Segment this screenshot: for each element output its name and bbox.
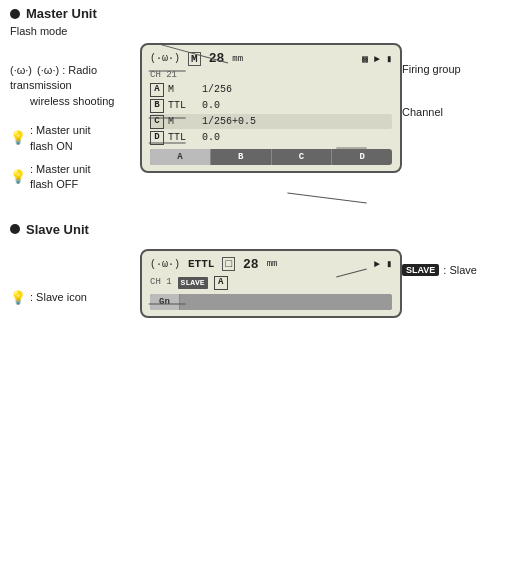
- group-a-value: 1/256: [202, 82, 232, 97]
- group-c-mode: M: [168, 114, 198, 129]
- slave-lcd-frame: □: [222, 257, 235, 271]
- lcd-header-row: (·ω·) M 28 mm ▩ ► ▮: [150, 51, 392, 66]
- slave-bottom-gn: Gn: [150, 294, 180, 310]
- group-d-mode: TTL: [168, 130, 198, 145]
- firing-group-label: Firing group: [402, 63, 512, 75]
- master-title: Master Unit: [26, 6, 97, 21]
- lcd-ch: CH 21: [150, 70, 392, 80]
- slave-lcd-unit: mm: [267, 259, 278, 269]
- radio-label: (·ω·) (·ω·) : Radio transmission wireles…: [10, 63, 140, 109]
- slave-right-labels: SLAVE : Slave: [402, 249, 512, 276]
- slave-lcd-ch: CH 1: [150, 276, 172, 290]
- slave-title-row: Slave Unit: [0, 216, 522, 241]
- slave-title: Slave Unit: [26, 222, 89, 237]
- bottom-cell-c: C: [272, 149, 333, 165]
- group-d-label: D: [150, 131, 164, 145]
- slave-bullet: [10, 224, 20, 234]
- lcd-row-c: C M 1/256+0.5: [150, 114, 392, 129]
- slave-group-box: A: [214, 276, 228, 290]
- master-bullet: [10, 9, 20, 19]
- lcd-radio-icon: (·ω·): [150, 53, 180, 64]
- bottom-cell-b: B: [211, 149, 272, 165]
- master-lcd-area: (·ω·) M 28 mm ▩ ► ▮ CH 21 A M 1/256: [140, 43, 402, 173]
- group-c-value: 1/256+0.5: [202, 114, 256, 129]
- slave-badge-label: SLAVE: [402, 264, 439, 276]
- slave-lcd-area: (·ω·) ETTL □ 28 mm ► ▮ CH 1 SLAVE A: [140, 249, 402, 318]
- slave-lcd-icons: ► ▮: [374, 258, 392, 270]
- slave-lcd-ch-row: CH 1 SLAVE A: [150, 276, 392, 290]
- slave-right-label: SLAVE : Slave: [402, 264, 512, 276]
- slave-lcd-size: 28: [243, 257, 259, 272]
- lcd-row-d: D TTL 0.0: [150, 130, 392, 145]
- master-right-labels: Firing group Channel: [402, 43, 512, 119]
- bottom-cell-d: D: [332, 149, 392, 165]
- slave-left-labels: 💡 : Slave icon: [10, 249, 140, 315]
- slave-lcd-header: (·ω·) ETTL □ 28 mm ► ▮: [150, 257, 392, 272]
- master-off-icon: 💡: [10, 168, 26, 186]
- master-section: Master Unit Flash mode (·ω·) (·ω·) : Rad…: [0, 0, 522, 201]
- slave-lcd-mode: ETTL: [188, 258, 214, 270]
- group-b-mode: TTL: [168, 98, 198, 113]
- master-on-icon: 💡: [10, 129, 26, 147]
- lcd-size-unit: mm: [232, 54, 243, 64]
- slave-lcd: (·ω·) ETTL □ 28 mm ► ▮ CH 1 SLAVE A: [140, 249, 402, 318]
- slave-section: Slave Unit 💡 : Slave icon (·ω·) ETTL □: [0, 216, 522, 318]
- group-d-value: 0.0: [202, 130, 220, 145]
- group-b-label: B: [150, 99, 164, 113]
- master-on-label: 💡 : Master unitflash ON: [10, 123, 140, 154]
- group-c-label: C: [150, 115, 164, 129]
- lcd-status-icons: ▩ ► ▮: [362, 53, 392, 65]
- group-a-mode: M: [168, 82, 198, 97]
- slave-colon-label: : Slave: [443, 264, 477, 276]
- bottom-cell-a: A: [150, 149, 211, 165]
- slave-bottom-empty: [180, 294, 392, 310]
- flash-mode-label: Flash mode: [10, 25, 67, 37]
- slave-lcd-radio: (·ω·): [150, 259, 180, 270]
- group-a-label: A: [150, 83, 164, 97]
- slave-icon: 💡: [10, 289, 26, 307]
- svg-line-5: [287, 193, 366, 203]
- page-container: Master Unit Flash mode (·ω·) (·ω·) : Rad…: [0, 0, 522, 318]
- lcd-mode-icon: M: [188, 52, 201, 66]
- slave-badge-lcd: SLAVE: [178, 277, 208, 289]
- slave-bottom-bar: Gn: [150, 294, 392, 310]
- group-b-value: 0.0: [202, 98, 220, 113]
- master-off-label: 💡 : Master unitflash OFF: [10, 162, 140, 193]
- lcd-row-b: B TTL 0.0: [150, 98, 392, 113]
- lcd-size-value: 28: [209, 51, 225, 66]
- slave-icon-label: 💡 : Slave icon: [10, 289, 140, 307]
- lcd-row-a: A M 1/256: [150, 82, 392, 97]
- channel-label: Channel: [402, 105, 512, 119]
- master-title-row: Master Unit: [0, 0, 522, 25]
- master-lcd: (·ω·) M 28 mm ▩ ► ▮ CH 21 A M 1/256: [140, 43, 402, 173]
- lcd-bottom-bar: A B C D: [150, 149, 392, 165]
- master-left-labels: (·ω·) (·ω·) : Radio transmission wireles…: [10, 43, 140, 201]
- radio-sub: wireless shooting: [30, 95, 114, 107]
